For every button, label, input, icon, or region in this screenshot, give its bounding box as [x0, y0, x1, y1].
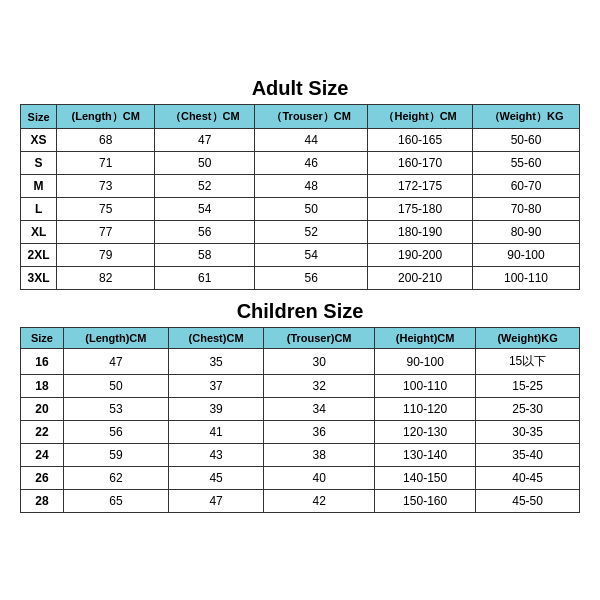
table-row: M735248172-17560-70 — [21, 175, 580, 198]
table-cell: 60-70 — [472, 175, 579, 198]
table-cell: 52 — [155, 175, 255, 198]
children-header-cell: (Length)CM — [63, 328, 168, 349]
table-cell: 47 — [155, 129, 255, 152]
table-cell: 56 — [155, 221, 255, 244]
table-cell: 30-35 — [476, 421, 580, 444]
table-row: 18503732100-11015-25 — [21, 375, 580, 398]
adult-header-cell: Size — [21, 105, 57, 129]
table-cell: 40 — [264, 467, 375, 490]
table-row: 28654742150-16045-50 — [21, 490, 580, 513]
table-cell: 36 — [264, 421, 375, 444]
table-cell: 100-110 — [472, 267, 579, 290]
table-cell: 70-80 — [472, 198, 579, 221]
adult-header-row: Size(Length）CM（Chest）CM（Trouser）CM（Heigh… — [21, 105, 580, 129]
table-cell: 50 — [155, 152, 255, 175]
children-table-header: Size(Length)CM(Chest)CM(Trouser)CM(Heigh… — [21, 328, 580, 349]
table-cell: 160-170 — [368, 152, 473, 175]
adult-table: Size(Length）CM（Chest）CM（Trouser）CM（Heigh… — [20, 104, 580, 290]
table-cell: 25-30 — [476, 398, 580, 421]
table-cell: 48 — [255, 175, 368, 198]
table-cell: 39 — [168, 398, 263, 421]
adult-header-cell: （Weight）KG — [472, 105, 579, 129]
table-cell: 20 — [21, 398, 64, 421]
children-section: Children Size Size(Length)CM(Chest)CM(Tr… — [20, 300, 580, 513]
table-cell: 50 — [63, 375, 168, 398]
children-header-row: Size(Length)CM(Chest)CM(Trouser)CM(Heigh… — [21, 328, 580, 349]
table-cell: L — [21, 198, 57, 221]
table-cell: 45 — [168, 467, 263, 490]
table-cell: 34 — [264, 398, 375, 421]
adult-section: Adult Size Size(Length）CM（Chest）CM（Trous… — [20, 77, 580, 290]
table-cell: 2XL — [21, 244, 57, 267]
table-cell: 160-165 — [368, 129, 473, 152]
children-header-cell: (Trouser)CM — [264, 328, 375, 349]
table-cell: 73 — [57, 175, 155, 198]
children-header-cell: (Weight)KG — [476, 328, 580, 349]
table-cell: 28 — [21, 490, 64, 513]
table-cell: 180-190 — [368, 221, 473, 244]
table-cell: 77 — [57, 221, 155, 244]
adult-table-body: XS684744160-16550-60S715046160-17055-60M… — [21, 129, 580, 290]
table-cell: 65 — [63, 490, 168, 513]
table-cell: 75 — [57, 198, 155, 221]
table-cell: 200-210 — [368, 267, 473, 290]
children-header-cell: (Chest)CM — [168, 328, 263, 349]
adult-title: Adult Size — [20, 77, 580, 100]
table-cell: 82 — [57, 267, 155, 290]
table-cell: 56 — [255, 267, 368, 290]
table-cell: 18 — [21, 375, 64, 398]
table-row: 20533934110-12025-30 — [21, 398, 580, 421]
table-cell: 62 — [63, 467, 168, 490]
table-row: 1647353090-10015以下 — [21, 349, 580, 375]
children-title: Children Size — [20, 300, 580, 323]
table-cell: 56 — [63, 421, 168, 444]
table-cell: 53 — [63, 398, 168, 421]
table-cell: 15以下 — [476, 349, 580, 375]
table-cell: 71 — [57, 152, 155, 175]
table-cell: 22 — [21, 421, 64, 444]
table-cell: S — [21, 152, 57, 175]
adult-header-cell: （Trouser）CM — [255, 105, 368, 129]
table-cell: 45-50 — [476, 490, 580, 513]
adult-header-cell: （Height）CM — [368, 105, 473, 129]
table-row: S715046160-17055-60 — [21, 152, 580, 175]
table-cell: 47 — [168, 490, 263, 513]
size-chart-container: Adult Size Size(Length）CM（Chest）CM（Trous… — [10, 67, 590, 533]
table-cell: 15-25 — [476, 375, 580, 398]
table-cell: 150-160 — [375, 490, 476, 513]
children-table-body: 1647353090-10015以下18503732100-11015-2520… — [21, 349, 580, 513]
table-cell: 58 — [155, 244, 255, 267]
table-cell: 26 — [21, 467, 64, 490]
table-cell: 38 — [264, 444, 375, 467]
adult-header-cell: （Chest）CM — [155, 105, 255, 129]
table-cell: 110-120 — [375, 398, 476, 421]
table-cell: 16 — [21, 349, 64, 375]
table-cell: 54 — [255, 244, 368, 267]
table-cell: 172-175 — [368, 175, 473, 198]
table-cell: 40-45 — [476, 467, 580, 490]
table-cell: 175-180 — [368, 198, 473, 221]
table-row: 2XL795854190-20090-100 — [21, 244, 580, 267]
table-cell: 54 — [155, 198, 255, 221]
table-row: XL775652180-19080-90 — [21, 221, 580, 244]
table-cell: 90-100 — [375, 349, 476, 375]
table-cell: 55-60 — [472, 152, 579, 175]
table-cell: 50-60 — [472, 129, 579, 152]
table-cell: 35 — [168, 349, 263, 375]
table-cell: 68 — [57, 129, 155, 152]
adult-header-cell: (Length）CM — [57, 105, 155, 129]
adult-table-header: Size(Length）CM（Chest）CM（Trouser）CM（Heigh… — [21, 105, 580, 129]
table-cell: 44 — [255, 129, 368, 152]
table-cell: 61 — [155, 267, 255, 290]
table-cell: 100-110 — [375, 375, 476, 398]
table-cell: 43 — [168, 444, 263, 467]
table-cell: 3XL — [21, 267, 57, 290]
table-cell: XS — [21, 129, 57, 152]
table-row: 24594338130-14035-40 — [21, 444, 580, 467]
table-cell: 41 — [168, 421, 263, 444]
table-cell: 59 — [63, 444, 168, 467]
table-cell: 35-40 — [476, 444, 580, 467]
table-cell: 50 — [255, 198, 368, 221]
table-cell: 32 — [264, 375, 375, 398]
table-cell: 24 — [21, 444, 64, 467]
